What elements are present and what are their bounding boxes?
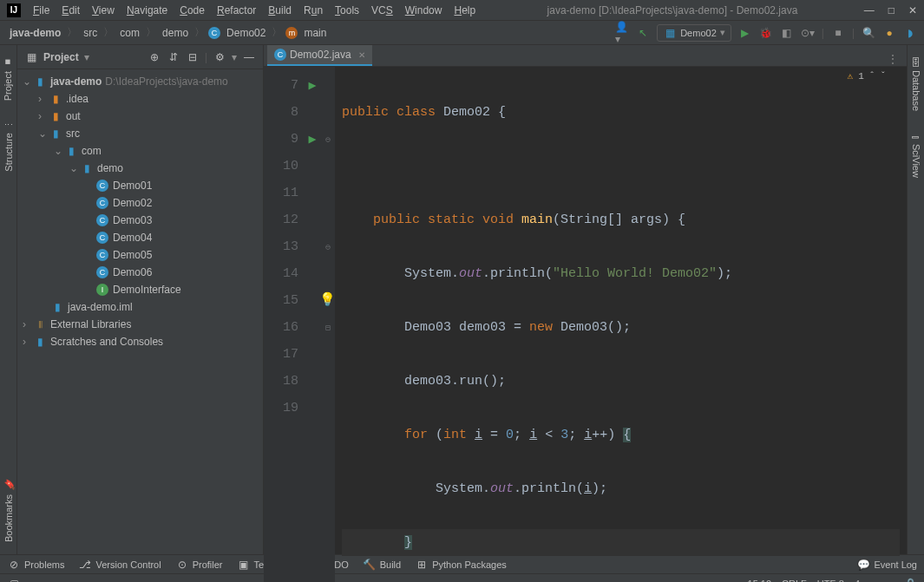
menu-tools[interactable]: Tools [330, 3, 364, 18]
breadcrumb-src[interactable]: src [81, 26, 100, 40]
tool-tab-project[interactable]: Project■ [1, 52, 15, 106]
debug-button[interactable]: 🐞 [759, 26, 773, 40]
app-icon: IJ [7, 3, 21, 17]
collapse-all-icon[interactable]: ⊟ [186, 50, 200, 64]
code-with-me-icon[interactable]: ◗ [903, 26, 917, 40]
project-tree: ⌄▮ java-demo D:\IdeaProjects\java-demo ›… [17, 69, 263, 554]
menu-refactor[interactable]: Refactor [212, 3, 261, 18]
menu-help[interactable]: Help [449, 3, 481, 18]
right-tool-strip: 🗄Database ⫿SciView [907, 45, 924, 554]
menu-navigate[interactable]: Navigate [121, 3, 173, 18]
close-button[interactable]: ✕ [908, 4, 917, 16]
warning-count: 1 [858, 71, 864, 82]
inspection-badge[interactable]: ⚠ 1 ˆ ˇ [848, 70, 886, 82]
tree-class-demo01[interactable]: CDemo01 [17, 177, 263, 194]
tree-class-demo02[interactable]: CDemo02 [17, 194, 263, 212]
menu-file[interactable]: File [28, 3, 55, 18]
expand-all-icon[interactable]: ⇵ [167, 50, 180, 64]
titlebar: IJ File Edit View Navigate Code Refactor… [0, 0, 924, 21]
tree-out[interactable]: ›▮out [17, 108, 263, 125]
editor-more-icon[interactable]: ⋮ [886, 52, 900, 66]
menu-vcs[interactable]: VCS [366, 3, 398, 18]
run-config-name: Demo02 [680, 28, 717, 38]
editor-body[interactable]: 789 101112 131415 161718 19 ▶ ▶ ⊖ ⊖ ⊟ ⊟ [264, 67, 907, 582]
ide-update-icon[interactable]: ● [882, 26, 896, 40]
editor-tabs: C Demo02.java ✕ ⋮ [264, 45, 907, 67]
tree-root[interactable]: ⌄▮ java-demo D:\IdeaProjects\java-demo [17, 73, 263, 90]
run-gutter: ▶ ▶ [304, 67, 321, 582]
menu-window[interactable]: Window [400, 3, 448, 18]
hide-panel-icon[interactable]: — [242, 50, 256, 64]
add-config-icon[interactable]: 👤▾ [615, 26, 629, 40]
fold-gutter: ⊖ ⊖ ⊟ ⊟ [321, 67, 335, 582]
menu-code[interactable]: Code [174, 3, 210, 18]
prev-highlight-icon[interactable]: ˆ [869, 71, 875, 82]
build-hammer-icon[interactable]: ↖ [636, 26, 650, 40]
run-toolbar: 👤▾ ↖ ▦ Demo02 ▾ ▶ 🐞 ◧ ⊙▾ | ■ | 🔍 ● ◗ [615, 24, 917, 42]
line-numbers: 789 101112 131415 161718 19 [264, 67, 304, 582]
tool-vcs[interactable]: ⎇Version Control [78, 558, 161, 572]
tab-close-icon[interactable]: ✕ [358, 50, 365, 60]
code-area[interactable]: public class Demo02 { public static void… [335, 67, 907, 582]
left-tool-strip: Project■ Structure⋮ Bookmarks🔖 [0, 45, 17, 554]
breadcrumb: java-demo 〉 src 〉 com 〉 demo 〉 C Demo02 … [7, 25, 329, 40]
project-panel: ▦ Project ▾ ⊕ ⇵ ⊟ | ⚙ ▾ — ⌄▮ java-demo D… [17, 45, 264, 554]
tree-idea[interactable]: ›▮.idea [17, 90, 263, 108]
minimize-button[interactable]: — [864, 4, 875, 16]
tree-class-demo05[interactable]: CDemo05 [17, 246, 263, 264]
tree-demo[interactable]: ⌄▮demo [17, 160, 263, 177]
tree-src[interactable]: ⌄▮src [17, 125, 263, 142]
window-title: java-demo [D:\IdeaProjects\java-demo] - … [481, 4, 864, 16]
maximize-button[interactable]: □ [888, 4, 895, 16]
editor: C Demo02.java ✕ ⋮ 789 101112 131415 1617… [264, 45, 907, 554]
tree-iml[interactable]: ▮java-demo.iml [17, 298, 263, 316]
tool-tab-sciview[interactable]: ⫿SciView [909, 130, 923, 183]
menu-run[interactable]: Run [298, 3, 328, 18]
class-icon: C [208, 27, 220, 39]
stop-button[interactable]: ■ [831, 26, 845, 40]
tree-class-demo04[interactable]: CDemo04 [17, 229, 263, 246]
project-view-icon: ▦ [24, 50, 38, 64]
method-icon: m [285, 27, 298, 39]
tool-problems[interactable]: ⊘Problems [7, 558, 64, 572]
tab-filename: Demo02.java [290, 49, 351, 61]
run-button[interactable]: ▶ [738, 26, 752, 40]
tree-scratches[interactable]: ›▮Scratches and Consoles [17, 333, 263, 350]
tree-class-demo03[interactable]: CDemo03 [17, 212, 263, 229]
project-panel-title: Project [43, 51, 79, 63]
run-line-icon[interactable]: ▶ [308, 131, 316, 147]
tree-interface[interactable]: IDemoInterface [17, 281, 263, 298]
breadcrumb-class[interactable]: Demo02 [224, 26, 268, 40]
editor-tab-demo02[interactable]: C Demo02.java ✕ [267, 45, 372, 66]
intention-bulb-icon[interactable]: 💡 [319, 291, 336, 308]
fold-icon[interactable]: ⊖ [321, 233, 335, 260]
project-panel-header: ▦ Project ▾ ⊕ ⇵ ⊟ | ⚙ ▾ — [17, 45, 263, 69]
profile-button[interactable]: ⊙▾ [801, 26, 815, 40]
tool-tab-bookmarks[interactable]: Bookmarks🔖 [1, 474, 16, 547]
run-config-selector[interactable]: ▦ Demo02 ▾ [657, 24, 731, 42]
statusbar-menu-icon[interactable]: ▢ [7, 577, 21, 583]
navigation-bar: java-demo 〉 src 〉 com 〉 demo 〉 C Demo02 … [0, 21, 924, 45]
menu-build[interactable]: Build [263, 3, 297, 18]
tree-external-libs[interactable]: ›⫴External Libraries [17, 316, 263, 333]
class-icon: C [274, 49, 286, 61]
tree-class-demo06[interactable]: CDemo06 [17, 264, 263, 281]
tool-profiler[interactable]: ⊙Profiler [175, 558, 223, 572]
menu-edit[interactable]: Edit [56, 3, 85, 18]
run-line-icon[interactable]: ▶ [308, 77, 316, 94]
fold-icon[interactable]: ⊖ [321, 126, 335, 153]
breadcrumb-method[interactable]: main [301, 26, 329, 40]
tool-tab-structure[interactable]: Structure⋮ [1, 114, 16, 177]
breadcrumb-demo[interactable]: demo [160, 26, 191, 40]
fold-end-icon[interactable]: ⊟ [321, 314, 335, 341]
search-icon[interactable]: 🔍 [862, 26, 875, 40]
menu-view[interactable]: View [87, 3, 120, 18]
next-highlight-icon[interactable]: ˇ [880, 71, 886, 82]
tool-tab-database[interactable]: 🗄Database [909, 52, 923, 116]
breadcrumb-project[interactable]: java-demo [7, 26, 63, 40]
breadcrumb-com[interactable]: com [117, 26, 142, 40]
tree-com[interactable]: ⌄▮com [17, 142, 263, 160]
select-opened-icon[interactable]: ⊕ [147, 50, 161, 64]
coverage-button[interactable]: ◧ [780, 26, 794, 40]
settings-icon[interactable]: ⚙ [213, 50, 226, 64]
